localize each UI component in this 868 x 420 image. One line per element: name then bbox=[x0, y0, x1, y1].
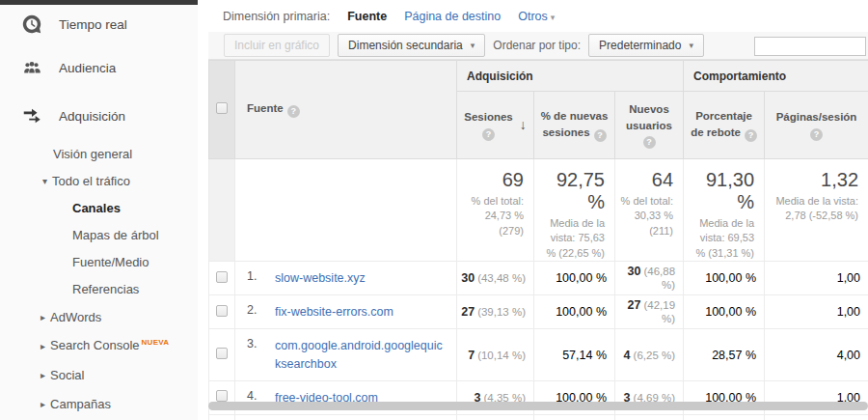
sidebar-item-referencias[interactable]: Referencias bbox=[0, 275, 198, 302]
sidebar-item-search-console[interactable]: ▸ Search ConsoleNUEVA bbox=[0, 331, 198, 360]
sidebar-item-mapas-de-arbol[interactable]: Mapas de árbol bbox=[0, 221, 198, 248]
chevron-down-icon: ▾ bbox=[689, 41, 693, 50]
sidebar-item-vision-general[interactable]: Visión general bbox=[0, 140, 198, 167]
row-checkbox[interactable] bbox=[216, 390, 228, 402]
help-icon[interactable]: ? bbox=[482, 128, 495, 141]
row-checkbox[interactable] bbox=[216, 271, 228, 283]
acquisition-icon bbox=[21, 105, 42, 126]
source-link[interactable]: com.google.android.googlequicksearchbox bbox=[275, 337, 447, 372]
sort-desc-icon[interactable]: ↓ bbox=[520, 115, 527, 135]
table-row: 2.fix-website-errors.com 27(39,13 %) 100… bbox=[209, 295, 868, 329]
sort-type-dropdown[interactable]: Predeterminado ▾ bbox=[588, 34, 704, 57]
acquisition-table: Fuente? Adquisición Comportamiento Sesio… bbox=[208, 60, 868, 420]
summary-new-users: 64 % del total: 30,33 % (211) bbox=[615, 159, 684, 262]
sort-type-label: Ordenar por tipo: bbox=[493, 39, 581, 52]
group-header-comportamiento: Comportamiento bbox=[684, 61, 868, 92]
table-toolbar: Incluir en gráfico Dimensión secundaria … bbox=[208, 32, 868, 60]
summary-row: 69 % del total: 24,73 % (279) 92,75 % Me… bbox=[209, 159, 868, 262]
sidebar-item-canales[interactable]: Canales bbox=[0, 194, 198, 221]
help-icon[interactable]: ? bbox=[287, 105, 300, 118]
select-all-checkbox[interactable] bbox=[216, 102, 228, 114]
sidebar-item-audiencia[interactable]: Audiencia bbox=[0, 43, 198, 92]
table-row: 1.slow-website.xyz 30(43,48 %) 100,00 % … bbox=[209, 262, 868, 295]
sidebar-item-social[interactable]: ▸ Social bbox=[0, 360, 198, 389]
help-icon[interactable]: ? bbox=[745, 129, 757, 142]
new-badge: NUEVA bbox=[142, 338, 170, 347]
dimension-fuente-tab[interactable]: Fuente bbox=[347, 10, 387, 23]
sidebar: Tiempo real Audiencia Adquisición Visión… bbox=[0, 0, 198, 420]
chevron-right-icon: ▸ bbox=[41, 370, 45, 380]
help-icon[interactable]: ? bbox=[810, 128, 823, 141]
column-header-porcentaje-rebote[interactable]: Porcentaje de rebote? bbox=[684, 92, 765, 159]
sidebar-item-campanas[interactable]: ▸ Campañas bbox=[0, 389, 198, 418]
dimension-pagina-destino-tab[interactable]: Página de destino bbox=[404, 10, 501, 23]
search-input[interactable] bbox=[754, 37, 866, 56]
chevron-right-icon: ▸ bbox=[41, 341, 45, 351]
row-checkbox[interactable] bbox=[216, 305, 228, 317]
table-row: 5.forum.topic66859190.ilovevitaly.xyz 2(… bbox=[209, 414, 868, 420]
column-header-paginas-sesion[interactable]: Páginas/sesión? bbox=[765, 92, 868, 159]
dimension-otros-dropdown[interactable]: Otros▾ bbox=[518, 10, 555, 23]
audience-icon bbox=[21, 57, 42, 78]
help-icon[interactable]: ? bbox=[594, 129, 607, 142]
summary-new-sessions: 92,75 % Media de la vista: 75,63 % (22,6… bbox=[534, 159, 615, 262]
horizontal-scrollbar[interactable] bbox=[208, 402, 868, 410]
column-header-sesiones[interactable]: Sesiones? ↓ bbox=[457, 92, 534, 159]
primary-dimension-label: Dimensión primaria: bbox=[223, 10, 330, 23]
group-header-adquisicion: Adquisición bbox=[457, 61, 684, 92]
column-header-nuevas-sesiones[interactable]: % de nuevas sesiones? bbox=[534, 92, 615, 159]
chevron-down-icon: ▾ bbox=[471, 41, 475, 50]
sidebar-item-label: Audiencia bbox=[59, 61, 116, 75]
source-link[interactable]: slow-website.xyz bbox=[275, 269, 366, 287]
sidebar-item-fuente-medio[interactable]: Fuente/Medio bbox=[0, 248, 198, 275]
table-row: 3.com.google.android.googlequicksearchbo… bbox=[209, 329, 868, 380]
acquisition-subnav: Visión general ▾ Todo el tráfico Canales… bbox=[0, 140, 198, 418]
summary-pages-session: 1,32 Media de la vista: 2,78 (-52,58 %) bbox=[765, 159, 868, 262]
secondary-dimension-dropdown[interactable]: Dimensión secundaria ▾ bbox=[338, 34, 485, 57]
column-header-nuevos-usuarios[interactable]: Nuevos usuarios? bbox=[615, 92, 684, 159]
sidebar-item-adquisicion[interactable]: Adquisición bbox=[0, 92, 198, 140]
sidebar-item-tiempo-real[interactable]: Tiempo real bbox=[0, 5, 198, 43]
chevron-right-icon: ▸ bbox=[41, 312, 45, 322]
chevron-right-icon: ▸ bbox=[41, 399, 45, 409]
primary-dimension-bar: Dimensión primaria: Fuente Página de des… bbox=[208, 0, 868, 32]
source-link[interactable]: fix-website-errors.com bbox=[275, 303, 393, 321]
summary-bounce-rate: 91,30 % Media de la vista: 69,53 % (31,3… bbox=[684, 159, 765, 262]
sidebar-item-todo-el-trafico[interactable]: ▾ Todo el tráfico bbox=[0, 167, 198, 194]
chevron-down-icon: ▾ bbox=[551, 13, 556, 22]
sidebar-item-label: Tiempo real bbox=[59, 17, 127, 32]
chevron-down-icon: ▾ bbox=[42, 176, 47, 186]
help-icon[interactable]: ? bbox=[643, 136, 656, 149]
sidebar-item-label: Adquisición bbox=[59, 109, 125, 124]
plot-rows-button[interactable]: Incluir en gráfico bbox=[224, 34, 330, 57]
summary-sessions: 69 % del total: 24,73 % (279) bbox=[457, 159, 534, 262]
row-checkbox[interactable] bbox=[216, 348, 228, 359]
report-panel: Dimensión primaria: Fuente Página de des… bbox=[208, 0, 868, 420]
realtime-icon bbox=[21, 14, 42, 35]
sidebar-item-adwords[interactable]: ▸ AdWords bbox=[0, 302, 198, 331]
column-header-fuente[interactable]: Fuente? bbox=[235, 61, 457, 159]
select-all-header bbox=[209, 61, 235, 159]
